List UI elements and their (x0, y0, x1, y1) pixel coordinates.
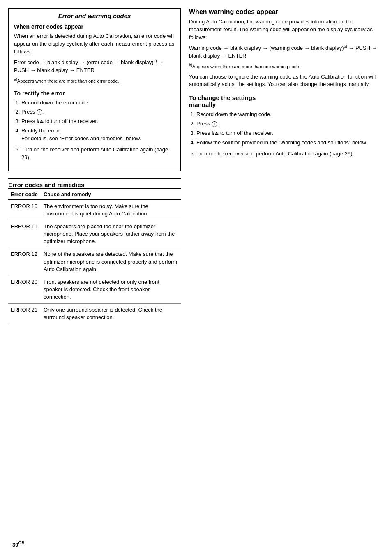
when-warning-body1: During Auto Calibration, the warning cod… (189, 18, 384, 42)
error-code-cell: ERROR 20 (8, 276, 41, 304)
left-column: Error and warning codes When error codes… (8, 8, 181, 548)
footnote-a: a)Appears when there are more than one e… (14, 77, 175, 84)
list-item: Press +. (196, 120, 384, 128)
list-item: Rectify the error.For details, see “Erro… (21, 127, 175, 143)
power-icon: ⏏ (39, 119, 44, 124)
rectify-steps-list: Record down the error code. Press +. Pre… (14, 99, 175, 162)
when-warning-body2: You can choose to ignore the warning cod… (189, 73, 384, 89)
menu-icon-r: + (212, 121, 217, 127)
table-row: ERROR 20Front speakers are not detected … (8, 276, 181, 304)
col-header-remedy: Cause and remedy (41, 189, 181, 200)
table-row: ERROR 10The environment is too noisy. Ma… (8, 200, 181, 220)
remedy-cell: The environment is too noisy. Make sure … (41, 200, 181, 220)
list-item: Press +. (21, 108, 175, 116)
table-row: ERROR 21Only one surround speaker is det… (8, 303, 181, 324)
box-title: Error and warning codes (14, 12, 175, 19)
remedy-cell: None of the speakers are detected. Make … (41, 248, 181, 276)
list-item: Record down the warning code. (196, 111, 384, 118)
list-item: Follow the solution provided in the “War… (196, 139, 384, 147)
remedy-cell: Front speakers are not detected or only … (41, 276, 181, 304)
when-warning-sequence: Warning code → blank display → (warning … (189, 44, 384, 60)
power-icon-r: ⏏ (214, 131, 219, 136)
error-code-cell: ERROR 11 (8, 220, 41, 248)
to-change-title: To change the settings manually (189, 94, 384, 108)
table-row: ERROR 12None of the speakers are detecte… (8, 248, 181, 276)
col-header-code: Error code (8, 189, 41, 200)
errors-section: Error codes and remedies Error code Caus… (8, 178, 181, 324)
when-error-body: When an error is detected during Auto Ca… (14, 32, 175, 56)
remedy-cell: The speakers are placed too near the opt… (41, 220, 181, 248)
table-row: ERROR 11The speakers are placed too near… (8, 220, 181, 248)
list-item: Turn on the receiver and perform Auto Ca… (196, 150, 384, 158)
list-item: Press I/⏏ to turn off the receiver. (196, 130, 384, 137)
when-error-sequence: Error code → blank display → (error code… (14, 58, 175, 74)
list-item: Press I/⏏ to turn off the receiver. (21, 118, 175, 125)
footnote-b: b)Appears when there are more than one w… (189, 63, 384, 70)
error-code-cell: ERROR 21 (8, 303, 41, 324)
errors-title: Error codes and remedies (8, 178, 181, 188)
list-item: Record down the error code. (21, 99, 175, 107)
when-error-title: When error codes appear (14, 23, 175, 30)
list-item: Turn on the receiver and perform Auto Ca… (21, 146, 175, 162)
change-steps-list: Record down the warning code. Press +. P… (189, 111, 384, 158)
error-code-cell: ERROR 10 (8, 200, 41, 220)
errors-table: Error code Cause and remedy ERROR 10The … (8, 188, 181, 324)
remedy-cell: Only one surround speaker is detected. C… (41, 303, 181, 324)
error-code-cell: ERROR 12 (8, 248, 41, 276)
section-box: Error and warning codes When error codes… (8, 8, 181, 171)
right-column: When warning codes appear During Auto Ca… (189, 8, 384, 548)
menu-icon: + (37, 109, 42, 115)
to-rectify-title: To rectify the error (14, 90, 175, 97)
page-number: 30GB (12, 541, 24, 548)
when-warning-title: When warning codes appear (189, 8, 384, 16)
